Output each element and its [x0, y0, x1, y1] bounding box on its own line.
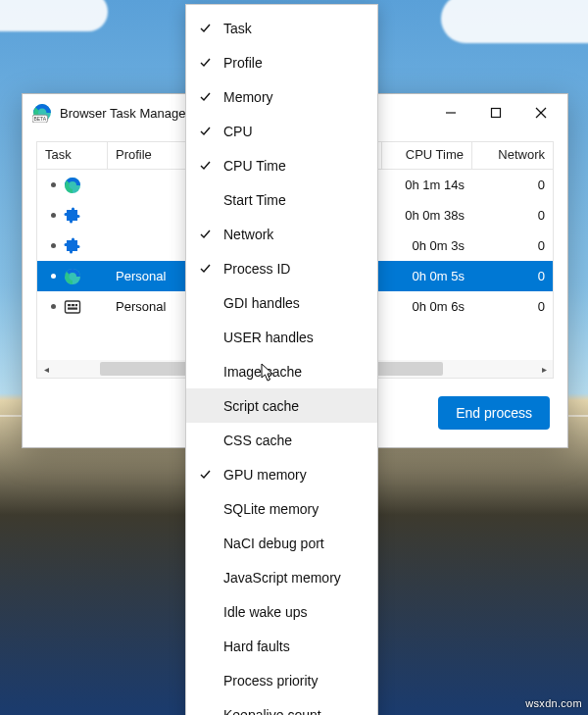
expand-bullet-icon[interactable]: [51, 182, 56, 187]
check-icon: [186, 126, 223, 136]
menu-item-label: Image cache: [223, 364, 302, 380]
menu-item-label: GPU memory: [223, 467, 307, 483]
column-header-network[interactable]: Network: [472, 142, 553, 169]
puzzle-icon: [64, 237, 81, 255]
menu-item-task[interactable]: Task: [186, 11, 377, 45]
end-process-button[interactable]: End process: [438, 396, 550, 430]
menu-item-label: GDI handles: [223, 295, 300, 311]
menu-item-label: Task: [223, 21, 252, 36]
menu-item-label: CSS cache: [223, 433, 292, 448]
menu-item-label: Script cache: [223, 398, 299, 414]
maximize-button[interactable]: [473, 97, 518, 128]
menu-item-label: Idle wake ups: [223, 604, 308, 620]
menu-item-label: Process priority: [223, 673, 318, 689]
window-title: Browser Task Manager: [60, 106, 190, 121]
cell-network: 0: [472, 238, 553, 253]
cell-cputime: 0h 0m 6s: [382, 299, 472, 314]
menu-item-label: Keepalive count: [223, 707, 321, 716]
menu-item-label: NaCI debug port: [223, 536, 324, 551]
svg-rect-10: [492, 109, 501, 118]
expand-bullet-icon[interactable]: [51, 243, 56, 248]
menu-item-cpu-time[interactable]: CPU Time: [186, 148, 377, 182]
check-icon: [186, 160, 223, 171]
menu-item-label: CPU: [223, 124, 253, 139]
menu-item-label: CPU Time: [223, 158, 286, 174]
menu-item-hard-faults[interactable]: Hard faults: [186, 629, 377, 663]
menu-item-gpu-memory[interactable]: GPU memory: [186, 457, 377, 491]
menu-item-sqlite-memory[interactable]: SQLite memory: [186, 491, 377, 526]
cell-network: 0: [472, 299, 553, 314]
check-icon: [186, 91, 223, 102]
menu-item-network[interactable]: Network: [186, 217, 377, 251]
menu-item-gdi-handles[interactable]: GDI handles: [186, 285, 377, 320]
menu-item-process-priority[interactable]: Process priority: [186, 663, 377, 697]
cell-profile: Personal: [108, 269, 190, 283]
menu-item-label: Profile: [223, 55, 263, 71]
menu-item-label: Hard faults: [223, 638, 290, 654]
menu-item-naci-debug-port[interactable]: NaCI debug port: [186, 526, 377, 560]
menu-item-cpu[interactable]: CPU: [186, 114, 377, 148]
cell-cputime: 0h 0m 5s: [382, 269, 472, 283]
menu-item-label: Start Time: [223, 192, 286, 208]
cell-network: 0: [472, 208, 553, 223]
expand-bullet-icon[interactable]: [51, 213, 56, 218]
menu-item-image-cache[interactable]: Image cache: [186, 354, 377, 388]
menu-item-label: JavaScript memory: [223, 570, 341, 586]
cell-profile: Personal: [108, 299, 190, 314]
menu-item-javascript-memory[interactable]: JavaScript memory: [186, 560, 377, 594]
cell-network: 0: [472, 178, 553, 192]
check-icon: [186, 23, 223, 33]
scroll-right-icon[interactable]: ▸: [535, 364, 553, 375]
menu-item-user-handles[interactable]: USER handles: [186, 320, 377, 354]
cloud-decoration: [0, 0, 108, 31]
minimize-button[interactable]: [428, 97, 473, 128]
close-button[interactable]: [518, 97, 564, 128]
menu-item-css-cache[interactable]: CSS cache: [186, 423, 377, 457]
expand-bullet-icon[interactable]: [51, 304, 56, 309]
menu-item-process-id[interactable]: Process ID: [186, 251, 377, 285]
check-icon: [186, 229, 223, 239]
scroll-left-icon[interactable]: ◂: [37, 364, 55, 375]
edge-beta-icon: [32, 103, 52, 123]
column-header-task[interactable]: Task: [37, 142, 108, 169]
menu-item-label: USER handles: [223, 330, 314, 345]
menu-item-label: SQLite memory: [223, 501, 318, 517]
menu-item-profile[interactable]: Profile: [186, 45, 377, 79]
cell-cputime: 0h 0m 38s: [382, 208, 472, 223]
menu-item-keepalive-count[interactable]: Keepalive count: [186, 697, 377, 715]
check-icon: [186, 57, 223, 68]
native-icon: [64, 298, 81, 316]
puzzle-icon: [64, 207, 81, 225]
menu-item-label: Memory: [223, 89, 273, 105]
check-icon: [186, 469, 223, 480]
check-icon: [186, 263, 223, 274]
edge-icon: [64, 177, 81, 194]
cloud-decoration: [441, 0, 588, 43]
columns-context-menu: TaskProfileMemoryCPUCPU TimeStart TimeNe…: [185, 4, 378, 715]
menu-item-memory[interactable]: Memory: [186, 79, 377, 114]
menu-item-idle-wake-ups[interactable]: Idle wake ups: [186, 594, 377, 629]
menu-item-script-cache[interactable]: Script cache: [186, 388, 377, 423]
watermark: wsxdn.com: [525, 697, 582, 709]
cell-cputime: 0h 0m 3s: [382, 238, 472, 253]
menu-item-start-time[interactable]: Start Time: [186, 182, 377, 217]
expand-bullet-icon[interactable]: [51, 274, 56, 279]
menu-item-label: Process ID: [223, 261, 290, 277]
edge-icon: [64, 268, 81, 285]
cell-network: 0: [472, 269, 553, 283]
column-header-cputime[interactable]: CPU Time: [382, 142, 472, 169]
menu-item-label: Network: [223, 227, 273, 242]
column-header-profile[interactable]: Profile: [108, 142, 190, 169]
cell-cputime: 0h 1m 14s: [382, 178, 472, 192]
